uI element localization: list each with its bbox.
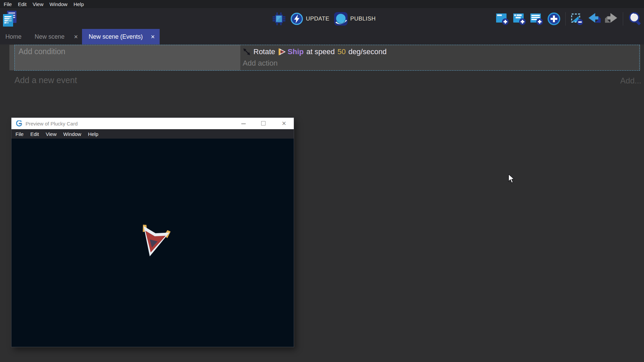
menu-window[interactable]: Window [46,1,70,7]
menu-edit[interactable]: Edit [15,1,30,7]
preview-window-title: Preview of Plucky Card [26,121,78,126]
add-event-button[interactable] [496,12,509,26]
preview-menubar: File Edit View Window Help [11,129,294,139]
add-event-icon [496,12,509,26]
action-verb: Rotate [253,47,275,56]
menu-view[interactable]: View [30,1,46,7]
add-comment-button[interactable] [530,12,544,26]
debug-button[interactable] [272,12,286,26]
main-toolbar: UPDATE PUBLISH [0,9,644,29]
toolbar-divider [623,12,623,26]
add-circle-icon [547,12,561,26]
gdevelop-app: File Edit View Window Help [0,0,644,362]
event-left-margin [9,45,14,70]
undo-button[interactable] [588,12,601,26]
gdevelop-logo-icon [16,120,23,127]
tab-new-scene-events[interactable]: New scene (Events) × [82,29,160,44]
close-icon[interactable]: × [151,33,155,40]
tab-label: New scene [35,33,65,40]
tab-label: New scene (Events) [89,33,143,40]
tab-label: Home [5,33,22,40]
search-icon [628,11,643,26]
redo-arrow-icon [605,12,618,26]
close-icon[interactable]: × [280,118,288,129]
add-action-area[interactable]: Add action [243,59,641,68]
editor-tabbar: Home New scene × New scene (Events) × [0,29,644,44]
action-unit: deg/second [348,47,387,56]
toolbar-center-group: UPDATE PUBLISH [272,9,376,29]
project-manager-icon [3,11,17,27]
preview-menu-edit[interactable]: Edit [27,131,42,137]
toolbar-right-group [496,9,643,29]
toolbar-divider [565,12,566,26]
preview-menu-file[interactable]: File [12,131,27,137]
game-viewport[interactable] [11,139,294,347]
preview-menu-help[interactable]: Help [85,131,102,137]
undo-arrow-icon [588,12,601,26]
preview-menu-window[interactable]: Window [60,131,84,137]
add-subevent-icon [513,12,526,26]
add-subevent-button[interactable] [513,12,526,26]
search-events-button[interactable] [628,11,643,26]
publish-planet-icon [334,12,348,26]
preview-titlebar[interactable]: Preview of Plucky Card × [11,118,294,129]
main-menubar: File Edit View Window Help [0,0,644,9]
update-label: UPDATE [306,15,329,22]
tab-home[interactable]: Home [0,29,27,44]
add-condition-area[interactable]: Add condition [14,45,240,70]
add-more-button[interactable] [547,12,561,26]
menu-file[interactable]: File [1,1,15,7]
ship-sprite [134,223,172,261]
update-lightning-icon [290,12,304,26]
menu-help[interactable]: Help [71,1,87,7]
rotate-action-icon [243,48,251,56]
maximize-icon[interactable] [261,121,266,125]
project-manager-button[interactable] [3,11,18,28]
close-icon[interactable]: × [74,33,78,40]
add-comment-icon [530,12,544,26]
add-button[interactable]: Add... [620,76,641,85]
event-row: Add condition Rotate S [9,45,641,70]
remove-selection-button[interactable] [570,12,584,26]
actions-column: Rotate Ship at speed 50 deg/second Add a… [240,45,641,70]
preview-window: Preview of Plucky Card × File Edit View … [11,118,294,347]
update-button[interactable]: UPDATE [290,12,329,26]
add-condition-placeholder: Add condition [18,47,65,56]
publish-label: PUBLISH [350,15,376,22]
minimize-icon[interactable] [241,123,246,124]
action-text: at speed [307,47,335,56]
ship-thumbnail-icon [278,48,286,56]
redo-button[interactable] [605,12,618,26]
remove-selection-icon [570,12,584,26]
preview-menu-view[interactable]: View [42,131,60,137]
publish-button[interactable]: PUBLISH [334,12,376,26]
debug-bug-icon [272,12,286,26]
action-speed-value: 50 [337,47,346,56]
add-new-event-button[interactable]: Add a new event [14,75,77,85]
rotate-action[interactable]: Rotate Ship at speed 50 deg/second [243,45,641,59]
tab-new-scene[interactable]: New scene × [27,29,82,44]
action-object-name: Ship [288,47,304,56]
